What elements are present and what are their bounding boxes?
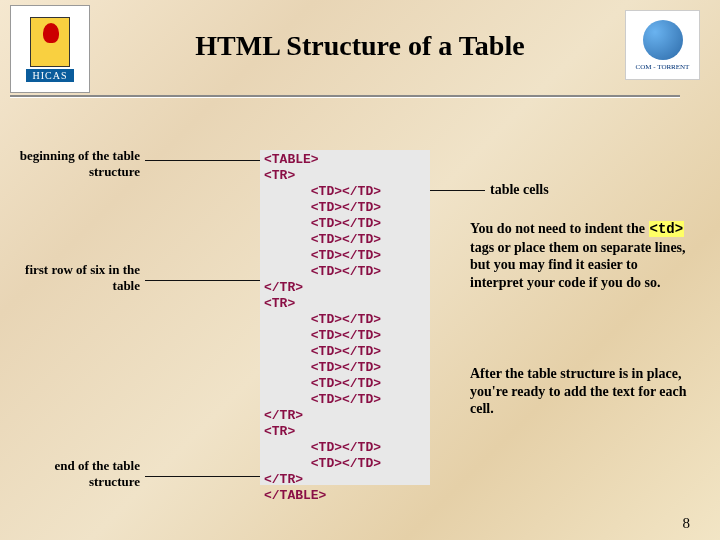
- header-bar: HICAS COM - TORRENT HTML Structure of a …: [0, 0, 720, 100]
- explain-1a: You do not need to indent the: [470, 221, 649, 236]
- code-listing: <TABLE> <TR> <TD></TD> <TD></TD> <TD></T…: [260, 150, 430, 485]
- label-first-row: first row of six in the table: [10, 262, 140, 293]
- explanation-paragraph-1: You do not need to indent the <td> tags …: [470, 220, 690, 291]
- leader-beginning: [145, 160, 260, 161]
- content-area: beginning of the table structure first r…: [0, 130, 720, 540]
- explain-1b: tags or place them on separate lines, bu…: [470, 240, 686, 290]
- page-title: HTML Structure of a Table: [0, 30, 720, 62]
- logo-left-text: HICAS: [26, 69, 73, 82]
- leader-first-row: [145, 280, 260, 281]
- label-table-cells: table cells: [490, 182, 590, 199]
- explanation-paragraph-2: After the table structure is in place, y…: [470, 365, 690, 418]
- td-tag-inline: <td>: [649, 221, 685, 237]
- leader-end: [145, 476, 260, 477]
- label-beginning: beginning of the table structure: [10, 148, 140, 179]
- page-number: 8: [683, 515, 691, 532]
- title-underline: [10, 95, 680, 97]
- label-end: end of the table structure: [10, 458, 140, 489]
- logo-right-text: COM - TORRENT: [636, 63, 690, 71]
